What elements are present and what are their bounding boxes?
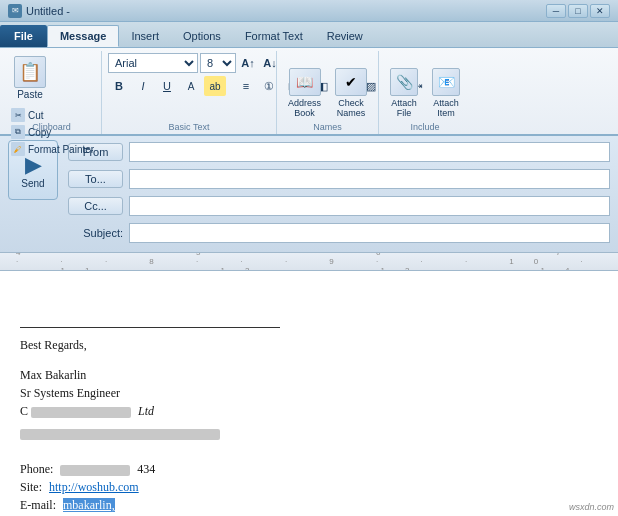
names-buttons: 📖 AddressBook ✔ CheckNames [283,53,372,132]
maximize-button[interactable]: □ [568,4,588,18]
format-painter-icon: 🖌 [11,142,25,156]
grow-font-button[interactable]: A↑ [238,53,258,73]
clipboard-group: 📋 Paste ✂ Cut ⧉ Copy 🖌 Format Painter Cl… [2,51,102,134]
site-url[interactable]: http://woshub.com [49,480,139,494]
title-controls[interactable]: ─ □ ✕ [546,4,610,18]
company-line: C Ltd [20,402,598,420]
cc-row: Cc... [68,194,610,218]
title-bar: ✉ Untitled - ─ □ ✕ [0,0,618,22]
site-label: Site: [20,480,42,494]
subject-row: Subject: [68,221,610,245]
clipboard-small-btns: ✂ Cut ⧉ Copy 🖌 Format Painter [8,107,97,157]
clipboard-content: 📋 Paste ✂ Cut ⧉ Copy 🖌 Format Painter [8,53,97,157]
email-line: E-mail: mbakarlin, [20,496,598,514]
greeting-line: Best Regards, [20,336,598,354]
cut-label: Cut [28,110,44,121]
include-group: 📎 AttachFile 📧 AttachItem Include [379,51,471,134]
address-book-button[interactable]: 📖 AddressBook [283,65,326,121]
attach-buttons: 📎 AttachFile 📧 AttachItem [385,53,465,132]
tab-insert[interactable]: Insert [119,25,171,47]
format-painter-button[interactable]: 🖌 Format Painter [8,141,97,157]
tab-review[interactable]: Review [315,25,375,47]
email-label: E-mail: [20,498,56,512]
cut-icon: ✂ [11,108,25,122]
minimize-button[interactable]: ─ [546,4,566,18]
attach-file-icon: 📎 [390,68,418,96]
address-book-label: AddressBook [288,98,321,118]
highlight-button[interactable]: ab [204,76,226,96]
format-painter-label: Format Painter [28,144,94,155]
font-color-button[interactable]: A [180,76,202,96]
tab-file[interactable]: File [0,25,47,47]
email-value[interactable]: mbakarlin, [63,498,115,512]
tab-format-text[interactable]: Format Text [233,25,315,47]
phone-label: Phone: [20,462,53,476]
main-content: ▶ Send From To... Cc... Subject: [0,136,618,516]
tab-options[interactable]: Options [171,25,233,47]
ruler: · 1 · · · 2 · · · 3 · · · 4 · · · 5 · · … [0,253,618,271]
email-body[interactable]: Best Regards, Max Bakarlin Sr Systems En… [0,271,618,516]
subject-label: Subject: [68,227,123,239]
site-line: Site: http://woshub.com [20,478,598,496]
ribbon: 📋 Paste ✂ Cut ⧉ Copy 🖌 Format Painter Cl… [0,48,618,136]
header-wrapper: ▶ Send From To... Cc... Subject: [8,140,610,248]
close-button[interactable]: ✕ [590,4,610,18]
address-redacted [20,429,220,440]
company-redacted [31,407,131,418]
paste-icon: 📋 [14,56,46,88]
from-input[interactable] [129,142,610,162]
subject-input[interactable] [129,223,610,243]
to-button[interactable]: To... [68,170,123,188]
basic-text-group: Arial 8 A↑ A↓ B I U A ab ≡ ① ▤ [102,51,277,134]
title-line: Sr Systems Engineer [20,384,598,402]
attach-item-button[interactable]: 📧 AttachItem [427,65,465,121]
to-row: To... [68,167,610,191]
names-group: 📖 AddressBook ✔ CheckNames Names [277,51,379,134]
bold-button[interactable]: B [108,76,130,96]
paste-button[interactable]: 📋 Paste [8,53,52,103]
cut-button[interactable]: ✂ Cut [8,107,97,123]
basic-text-label: Basic Text [102,122,276,132]
address-line [20,424,598,442]
ruler-content: · 1 · · · 2 · · · 3 · · · 4 · · · 5 · · … [2,253,616,271]
underline-button[interactable]: U [156,76,178,96]
check-names-button[interactable]: ✔ CheckNames [330,65,372,121]
header-fields: From To... Cc... Subject: [68,140,610,248]
send-label: Send [21,178,44,189]
app-icon: ✉ [8,4,22,18]
check-names-label: CheckNames [337,98,366,118]
names-label: Names [277,122,378,132]
company-suffix: Ltd [138,404,154,418]
phone-redacted [60,465,130,476]
attach-file-button[interactable]: 📎 AttachFile [385,65,423,121]
from-row: From [68,140,610,164]
signature-line [20,327,280,328]
font-family-select[interactable]: Arial [108,53,198,73]
list-button[interactable]: ≡ [235,76,257,96]
cc-button[interactable]: Cc... [68,197,123,215]
company-prefix: C [20,404,28,418]
watermark: wsxdn.com [569,502,614,512]
cc-input[interactable] [129,196,610,216]
phone-number: 434 [137,462,155,476]
attach-item-icon: 📧 [432,68,460,96]
title-text: Untitled - [26,5,70,17]
attach-item-label: AttachItem [433,98,459,118]
clipboard-label: Clipboard [2,122,101,132]
to-input[interactable] [129,169,610,189]
title-bar-left: ✉ Untitled - [8,4,70,18]
phone-line: Phone: 434 [20,460,598,478]
ribbon-tabs: File Message Insert Options Format Text … [0,22,618,48]
check-names-icon: ✔ [335,68,367,96]
attach-file-label: AttachFile [391,98,417,118]
paste-label: Paste [17,89,43,100]
font-size-select[interactable]: 8 [200,53,236,73]
tab-message[interactable]: Message [47,25,119,47]
include-label: Include [379,122,471,132]
address-book-icon: 📖 [289,68,321,96]
italic-button[interactable]: I [132,76,154,96]
name-line: Max Bakarlin [20,366,598,384]
